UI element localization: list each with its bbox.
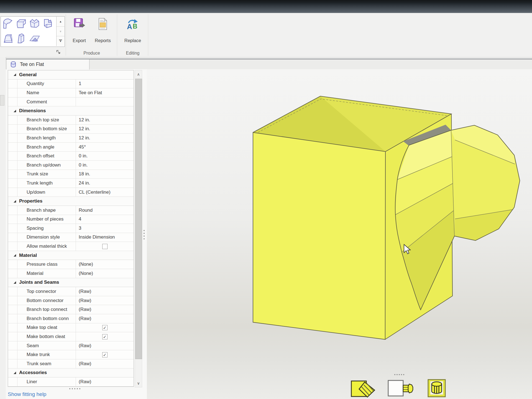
reports-label: Reports (91, 38, 115, 43)
property-value[interactable]: 0 in. (76, 161, 134, 170)
panel-splitter-handle[interactable] (144, 230, 145, 239)
property-value[interactable]: 12 in. (76, 116, 134, 124)
property-value[interactable]: 12 in. (76, 134, 134, 142)
trunk-front-face (253, 132, 385, 339)
gallery-scroll-up-icon[interactable]: ▲ (57, 17, 65, 27)
property-value[interactable]: 12 in. (76, 125, 134, 134)
fitting-thumbnail-quarter-elbow[interactable] (1, 17, 15, 31)
property-value[interactable]: (Raw) (76, 341, 134, 350)
row-gutter (8, 305, 17, 314)
property-value[interactable]: 0 in. (76, 152, 134, 160)
tab-tee-on-flat[interactable]: Tee on Flat (6, 59, 89, 70)
row-gutter (8, 134, 17, 142)
property-value[interactable] (76, 98, 134, 106)
thumbnail-filled-tee-view[interactable] (351, 381, 375, 397)
property-row-trunk-length: Trunk length24 in. (8, 179, 134, 188)
fitting-gallery: ▲ ▼ ▼ (1, 16, 65, 47)
section-header-material[interactable]: Material (8, 251, 134, 260)
property-row-branch-bottom-conn: Branch bottom conn(Raw) (8, 314, 134, 323)
property-value[interactable]: Tee on Flat (76, 88, 134, 97)
thumbnail-wireframe-tee-view[interactable] (388, 380, 413, 396)
viewport-splitter-dots[interactable] (394, 374, 404, 375)
property-value[interactable]: CL (Centerline) (76, 188, 134, 197)
property-value[interactable]: 18 in. (76, 170, 134, 179)
section-title: General (19, 72, 37, 78)
fitting-thumbnail-transition[interactable] (15, 31, 28, 46)
left-collapsed-panel[interactable] (0, 57, 6, 399)
property-value[interactable]: (Raw) (76, 377, 134, 386)
section-header-dimensions[interactable]: Dimensions (8, 106, 134, 116)
row-gutter (8, 269, 17, 278)
property-label: Spacing (17, 224, 76, 233)
left-panel-grip[interactable] (0, 95, 4, 106)
section-expander-icon[interactable] (14, 281, 16, 284)
property-value[interactable]: Inside Dimension (76, 233, 134, 242)
section-header-joints-and-seams[interactable]: Joints and Seams (8, 278, 134, 287)
property-row-material: Material(None) (8, 269, 134, 278)
export-button[interactable]: Export (68, 15, 90, 48)
property-row-trunk-size: Trunk size18 in. (8, 170, 134, 179)
property-value[interactable]: 4 (76, 215, 134, 224)
property-row-make-trunk: Make trunk✓ (8, 350, 134, 359)
property-row-branch-top-size: Branch top size12 in. (8, 116, 134, 125)
checkbox-checked[interactable]: ✓ (102, 334, 108, 339)
section-header-properties[interactable]: Properties (8, 197, 134, 206)
fitting-tab-icon (10, 61, 16, 69)
property-value[interactable]: 1 (76, 80, 134, 88)
property-row-allow-material-thick: Allow material thick (8, 242, 134, 251)
fitting-thumbnail-flat-panel[interactable] (28, 31, 41, 46)
property-value[interactable]: (Raw) (76, 296, 134, 305)
gallery-more-icon[interactable]: ▼ (57, 36, 65, 46)
section-expander-icon[interactable] (14, 110, 16, 112)
property-value[interactable] (76, 242, 134, 251)
property-value[interactable]: ✓ (76, 350, 134, 359)
section-expander-icon[interactable] (14, 372, 16, 374)
checkbox-unchecked[interactable] (102, 244, 108, 249)
section-header-general[interactable]: General (8, 70, 134, 80)
ribbon-separator (117, 14, 117, 56)
dialog-launcher-icon[interactable] (56, 50, 61, 55)
property-panel: GeneralQuantity1NameTee on FlatCommentDi… (6, 69, 147, 399)
property-value[interactable]: ✓ (76, 332, 134, 341)
property-value[interactable]: 3 (76, 224, 134, 233)
3d-viewport[interactable] (147, 69, 532, 399)
property-value[interactable]: ✓ (76, 323, 134, 332)
grid-splitter-handle[interactable] (69, 388, 80, 389)
fitting-thumbnail-notched[interactable] (28, 17, 41, 31)
reports-button[interactable]: Reports (91, 15, 115, 48)
property-value[interactable]: (Raw) (76, 359, 134, 368)
replace-button[interactable]: A B Replace (120, 15, 145, 48)
fitting-thumbnail-offset[interactable] (15, 17, 28, 31)
property-value[interactable]: Round (76, 206, 134, 215)
property-row-branch-length: Branch length12 in. (8, 134, 134, 143)
section-expander-icon[interactable] (14, 200, 16, 203)
property-value[interactable]: 24 in. (76, 179, 134, 188)
checkbox-checked[interactable]: ✓ (102, 325, 108, 330)
property-label: Dimension style (17, 233, 76, 242)
section-header-accessories[interactable]: Accessories (8, 369, 134, 378)
show-fitting-help-link[interactable]: Show fitting help (8, 391, 46, 397)
property-value[interactable]: (None) (76, 269, 134, 278)
fitting-thumbnail-hopper[interactable] (1, 31, 15, 46)
row-gutter (8, 224, 17, 233)
property-value[interactable]: (None) (76, 260, 134, 269)
section-title: Material (19, 253, 37, 258)
property-label: Branch length (17, 134, 76, 142)
thumbnail-top-connector-view[interactable] (428, 380, 445, 397)
panel-scrollbar[interactable]: ∧ ∨ (135, 70, 142, 387)
gallery-scroll-down-icon[interactable]: ▼ (57, 27, 65, 37)
property-label: Make bottom cleat (17, 332, 76, 341)
property-row-seam: Seam(Raw) (8, 341, 134, 351)
scrollbar-thumb[interactable] (135, 79, 142, 359)
window-titlebar[interactable] (0, 0, 532, 13)
scroll-down-icon[interactable]: ∨ (135, 379, 142, 387)
property-value[interactable]: 45° (76, 143, 134, 152)
checkbox-checked[interactable]: ✓ (102, 352, 108, 357)
property-value[interactable]: (Raw) (76, 305, 134, 314)
section-expander-icon[interactable] (14, 73, 16, 76)
section-expander-icon[interactable] (14, 254, 16, 257)
scroll-up-icon[interactable]: ∧ (135, 70, 142, 78)
property-value[interactable]: (Raw) (76, 287, 134, 296)
fitting-thumbnail-branch[interactable] (41, 17, 55, 31)
property-value[interactable]: (Raw) (76, 314, 134, 323)
